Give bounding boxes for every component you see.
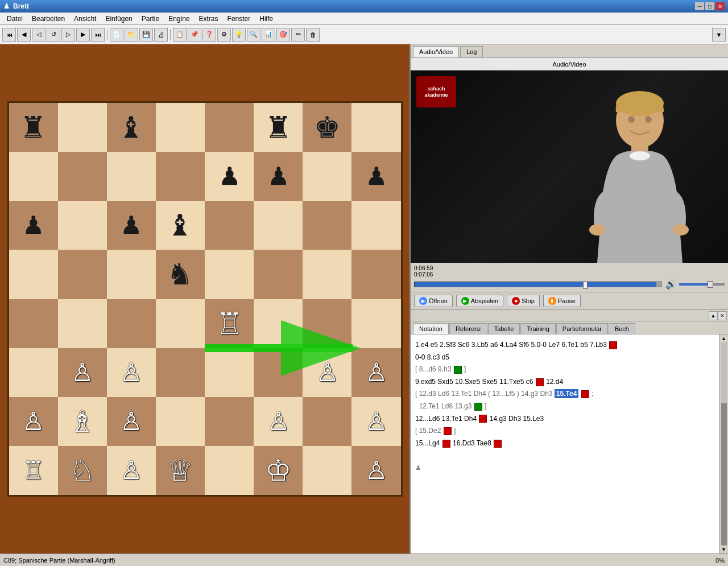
- toolbar-extra2[interactable]: 🎯: [276, 28, 290, 42]
- toolbar-open[interactable]: 📁: [125, 28, 138, 42]
- toolbar-forward-end[interactable]: ⏭: [91, 28, 105, 42]
- pause-button[interactable]: ⏸ Pause: [543, 295, 581, 307]
- cell-b3[interactable]: ♙: [58, 348, 107, 397]
- cell-c8[interactable]: ♝: [107, 103, 156, 152]
- toolbar-engine[interactable]: ⚙: [217, 28, 231, 42]
- chess-board[interactable]: ♜ ♝ ♜ ♚ ♟ ♟ ♟: [7, 101, 403, 497]
- cell-e6[interactable]: [205, 201, 254, 250]
- cell-d3[interactable]: [156, 348, 205, 397]
- menu-einfuegen[interactable]: Einfügen: [101, 14, 136, 24]
- volume-thumb[interactable]: [708, 281, 713, 288]
- cell-c3[interactable]: ♙: [107, 348, 156, 397]
- menu-fenster[interactable]: Fenster: [223, 14, 255, 24]
- notation-content[interactable]: 1.e4 e5 2.Sf3 Sc6 3.Lb5 a6 4.La4 Sf6 5.0…: [411, 334, 719, 553]
- toolbar-flip[interactable]: ↺: [47, 28, 60, 42]
- cell-b2[interactable]: ♗: [58, 397, 107, 446]
- cell-h6[interactable]: [351, 201, 400, 250]
- cell-a5[interactable]: [9, 250, 58, 299]
- cell-h3[interactable]: ♙: [351, 348, 400, 397]
- menu-bearbeiten[interactable]: Bearbeiten: [27, 14, 69, 24]
- cell-e4[interactable]: ♖: [205, 299, 254, 348]
- toolbar-forward-step[interactable]: ▷: [61, 28, 75, 42]
- board-wrapper[interactable]: ♜ ♝ ♜ ♚ ♟ ♟ ♟: [7, 101, 403, 497]
- cell-g5[interactable]: [303, 250, 351, 299]
- cell-f3[interactable]: [254, 348, 303, 397]
- cell-h2[interactable]: ♙: [351, 397, 400, 446]
- notation-scroll-top[interactable]: ▲: [721, 336, 726, 341]
- cell-b6[interactable]: [58, 201, 107, 250]
- volume-slider[interactable]: [679, 283, 725, 286]
- play-button[interactable]: ▶ Abspielen: [456, 295, 503, 307]
- cell-b5[interactable]: [58, 250, 107, 299]
- cell-f2[interactable]: ♙: [254, 397, 303, 446]
- toolbar-extra1[interactable]: 📊: [262, 28, 275, 42]
- notation-scroll-up[interactable]: ▲: [709, 311, 718, 320]
- toolbar-scroll-right[interactable]: ▼: [712, 28, 726, 42]
- cell-b4[interactable]: [58, 299, 107, 348]
- cell-c7[interactable]: [107, 152, 156, 201]
- cell-e2[interactable]: [205, 397, 254, 446]
- toolbar-back-start[interactable]: ⏮: [2, 28, 16, 42]
- cell-g4[interactable]: [303, 299, 351, 348]
- cell-a7[interactable]: [9, 152, 58, 201]
- cell-b8[interactable]: [58, 103, 107, 152]
- toolbar-new[interactable]: 📄: [110, 28, 123, 42]
- cell-e8[interactable]: [205, 103, 254, 152]
- tab-buch[interactable]: Buch: [609, 323, 635, 334]
- menu-extras[interactable]: Extras: [195, 14, 223, 24]
- toolbar-extra3[interactable]: ✏: [291, 28, 305, 42]
- tab-referenz[interactable]: Referenz: [449, 323, 487, 334]
- minimize-button[interactable]: ─: [695, 2, 704, 10]
- menu-hilfe[interactable]: Hilfe: [255, 14, 278, 24]
- toolbar-help[interactable]: ❓: [202, 28, 216, 42]
- cell-e5[interactable]: [205, 250, 254, 299]
- stop-button[interactable]: ■ Stop: [507, 295, 540, 307]
- cell-h1[interactable]: ♙: [351, 446, 400, 495]
- notation-scroll-bottom[interactable]: ▼: [721, 547, 726, 552]
- cell-d7[interactable]: [156, 152, 205, 201]
- cell-a2[interactable]: ♙: [9, 397, 58, 446]
- toolbar-extra4[interactable]: 🗑: [306, 28, 320, 42]
- cell-c2[interactable]: ♙: [107, 397, 156, 446]
- toolbar-forward[interactable]: ▶: [76, 28, 90, 42]
- cell-a8[interactable]: ♜: [9, 103, 58, 152]
- cell-a4[interactable]: [9, 299, 58, 348]
- cell-f5[interactable]: [254, 250, 303, 299]
- cell-e1[interactable]: [205, 446, 254, 495]
- cell-a6[interactable]: ♟: [9, 201, 58, 250]
- tab-training[interactable]: Training: [520, 323, 555, 334]
- cell-h4[interactable]: [351, 299, 400, 348]
- cell-g6[interactable]: [303, 201, 351, 250]
- cell-h5[interactable]: [351, 250, 400, 299]
- tab-partieformular[interactable]: Partieformular: [556, 323, 608, 334]
- cell-e3[interactable]: [205, 348, 254, 397]
- open-button[interactable]: ▶ Öffnen: [414, 295, 453, 307]
- tab-notation[interactable]: Notation: [413, 323, 449, 334]
- close-button[interactable]: ✕: [715, 2, 725, 10]
- cell-d2[interactable]: [156, 397, 205, 446]
- tab-audio-video[interactable]: Audio/Video: [413, 46, 459, 57]
- cell-d5[interactable]: ♞: [156, 250, 205, 299]
- cell-g7[interactable]: [303, 152, 351, 201]
- cell-a1[interactable]: ♖: [9, 446, 58, 495]
- cell-c5[interactable]: [107, 250, 156, 299]
- cell-d4[interactable]: [156, 299, 205, 348]
- cell-e7[interactable]: ♟: [205, 152, 254, 201]
- cell-c1[interactable]: ♙: [107, 446, 156, 495]
- progress-thumb[interactable]: [583, 281, 588, 289]
- cell-g3[interactable]: ♙: [303, 348, 351, 397]
- cell-f8[interactable]: ♜: [254, 103, 303, 152]
- cell-g1[interactable]: [303, 446, 351, 495]
- cell-d6[interactable]: ♝: [156, 201, 205, 250]
- toolbar-hint[interactable]: 💡: [232, 28, 246, 42]
- cell-g8[interactable]: ♚: [303, 103, 351, 152]
- toolbar-back[interactable]: ◀: [17, 28, 31, 42]
- toolbar-paste[interactable]: 📌: [188, 28, 201, 42]
- toolbar-analyze[interactable]: 🔍: [247, 28, 260, 42]
- cell-f7[interactable]: ♟: [254, 152, 303, 201]
- tab-tabelle[interactable]: Tabelle: [488, 323, 520, 334]
- cell-h8[interactable]: [351, 103, 400, 152]
- cell-b1[interactable]: ♘: [58, 446, 107, 495]
- toolbar-print[interactable]: 🖨: [154, 28, 168, 42]
- menu-partie[interactable]: Partie: [137, 14, 164, 24]
